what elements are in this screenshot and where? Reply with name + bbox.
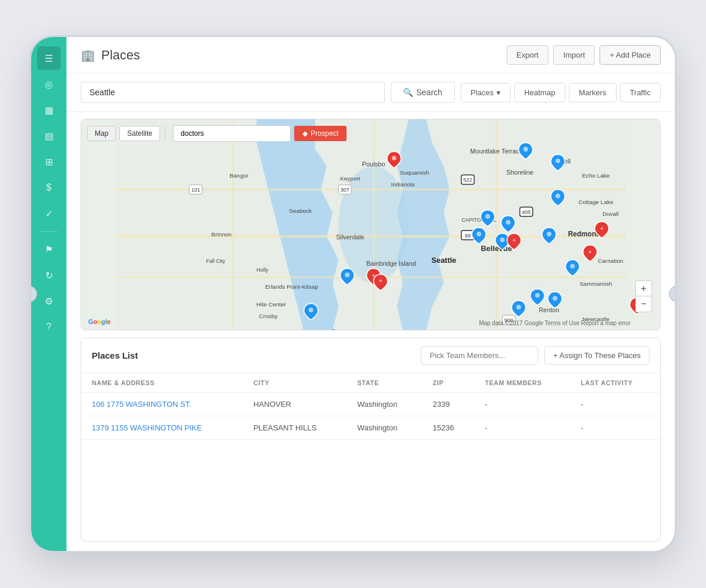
team-members-input[interactable] — [421, 346, 538, 365]
filter-buttons: Places ▾ Heatmap Markers Traffic — [461, 83, 661, 102]
sidebar-icon-calendar[interactable]: ▦ — [37, 98, 61, 122]
svg-point-58 — [506, 220, 511, 225]
col-header-state: STATE — [347, 373, 422, 393]
place-city-0: HANOVER — [243, 393, 347, 416]
svg-text:Cottage Lake: Cottage Lake — [578, 199, 614, 205]
svg-point-74 — [535, 293, 540, 298]
table-row[interactable]: 106 1775 WASHINGTON ST. HANOVER Washingt… — [81, 393, 660, 416]
prospect-icon: ◆ — [302, 129, 308, 138]
sidebar-divider — [40, 231, 58, 232]
svg-point-54 — [555, 159, 560, 163]
svg-text:✛: ✛ — [588, 250, 592, 254]
col-header-team: TEAM MEMBERS — [474, 373, 570, 393]
map-view-button[interactable]: Map — [87, 126, 116, 141]
col-header-name: NAME & ADDRESS — [81, 373, 243, 393]
map-toolbar: Map Satellite ◆ Prospect — [87, 125, 347, 142]
filter-places-button[interactable]: Places ▾ — [461, 83, 511, 102]
sidebar-icon-flag[interactable]: ⚑ — [37, 238, 61, 261]
sidebar-icon-refresh[interactable]: ↻ — [37, 263, 61, 287]
svg-text:Bangor: Bangor — [229, 172, 249, 179]
sidebar-icon-globe[interactable]: ◎ — [37, 72, 61, 96]
svg-text:Crosby: Crosby — [259, 313, 278, 319]
prospect-button[interactable]: ◆ Prospect — [294, 126, 347, 141]
sidebar-icon-help[interactable]: ? — [37, 315, 61, 339]
svg-point-72 — [345, 273, 349, 278]
svg-text:Seattle: Seattle — [431, 256, 456, 265]
svg-text:Holly: Holly — [257, 267, 268, 273]
svg-text:Seabeck: Seabeck — [289, 208, 312, 214]
filter-traffic-button[interactable]: Traffic — [620, 83, 661, 102]
svg-text:307: 307 — [341, 187, 349, 193]
filter-heatmap-button[interactable]: Heatmap — [514, 83, 565, 102]
svg-text:Keyport: Keyport — [340, 175, 360, 182]
sidebar-icon-dollar[interactable]: $ — [37, 176, 61, 199]
svg-text:Shoreline: Shoreline — [507, 169, 534, 176]
svg-text:Hite Center: Hite Center — [257, 301, 287, 308]
import-button[interactable]: Import — [553, 45, 595, 65]
svg-text:✛: ✛ — [600, 226, 604, 230]
places-table: NAME & ADDRESS CITY STATE ZIP TEAM MEMBE… — [81, 373, 660, 440]
svg-point-64 — [547, 232, 551, 236]
svg-text:99: 99 — [465, 233, 471, 239]
chevron-down-icon: ▾ — [497, 88, 501, 97]
svg-text:✛: ✛ — [512, 238, 516, 242]
svg-text:405: 405 — [522, 209, 531, 215]
map-svg: 101 307 522 405 99 900 Mountlake Terrace — [81, 119, 660, 330]
svg-text:101: 101 — [191, 187, 200, 193]
search-button[interactable]: 🔍 Search — [391, 82, 455, 103]
svg-point-60 — [477, 232, 481, 236]
col-header-activity: LAST ACTIVITY — [570, 373, 660, 393]
place-state-0: Washington — [347, 393, 422, 416]
svg-text:Duvall: Duvall — [602, 211, 619, 217]
sidebar-icon-chart[interactable]: ▤ — [37, 124, 61, 148]
place-activity-0: - — [570, 393, 660, 416]
header: 🏢 Places Export Import + Add Place — [66, 37, 675, 74]
svg-text:Bainbridge Island: Bainbridge Island — [367, 260, 416, 267]
sidebar-icon-briefcase[interactable]: ⊞ — [37, 150, 61, 173]
place-zip-0: 2339 — [422, 393, 474, 416]
add-place-button[interactable]: + Add Place — [600, 45, 661, 65]
svg-text:Carnation: Carnation — [598, 258, 623, 264]
sidebar-icon-check[interactable]: ✓ — [37, 202, 61, 225]
svg-text:Brinnon: Brinnon — [211, 231, 231, 238]
filter-markers-button[interactable]: Markers — [569, 83, 617, 102]
search-bar: 🔍 Search Places ▾ Heatmap Markers Traffi… — [66, 74, 675, 112]
map-background[interactable]: 101 307 522 405 99 900 Mountlake Terrace — [81, 119, 660, 330]
svg-text:Sammamish: Sammamish — [580, 280, 612, 287]
sidebar-icon-menu[interactable]: ☰ — [37, 46, 61, 70]
place-team-1: - — [474, 416, 570, 440]
place-zip-1: 15236 — [422, 416, 474, 440]
export-button[interactable]: Export — [507, 45, 549, 65]
svg-text:✛: ✛ — [392, 156, 396, 161]
building-icon: 🏢 — [81, 48, 95, 62]
zoom-out-button[interactable]: − — [636, 296, 651, 312]
sidebar-icon-settings[interactable]: ⚙ — [37, 289, 61, 313]
table-row[interactable]: 1379 1155 WASHINGTON PIKE PLEASANT HILLS… — [81, 416, 660, 440]
filter-places-label: Places — [471, 88, 494, 97]
svg-point-52 — [524, 147, 528, 152]
zoom-in-button[interactable]: + — [636, 281, 651, 296]
svg-point-66 — [555, 193, 560, 198]
table-header-row: NAME & ADDRESS CITY STATE ZIP TEAM MEMBE… — [81, 373, 660, 393]
svg-text:Poulsbo: Poulsbo — [362, 161, 385, 168]
svg-text:Bremerton: Bremerton — [332, 328, 357, 330]
place-name-0[interactable]: 106 1775 WASHINGTON ST. — [81, 393, 243, 416]
svg-point-70 — [552, 296, 557, 300]
svg-text:Mountlake Terrace: Mountlake Terrace — [470, 148, 523, 155]
svg-point-76 — [517, 305, 521, 309]
map-zoom-controls: + − — [635, 280, 652, 312]
search-location-input[interactable] — [81, 82, 385, 103]
svg-point-56 — [485, 214, 490, 219]
svg-text:✛: ✛ — [379, 279, 382, 283]
map-container[interactable]: 101 307 522 405 99 900 Mountlake Terrace — [81, 119, 661, 330]
place-state-1: Washington — [347, 416, 422, 440]
page-title: 🏢 Places — [81, 48, 140, 63]
map-search-input[interactable] — [173, 125, 291, 142]
svg-text:Erlands Point-Kitsap: Erlands Point-Kitsap — [265, 283, 319, 290]
place-name-1[interactable]: 1379 1155 WASHINGTON PIKE — [81, 416, 243, 440]
assign-button[interactable]: + Assign To These Places — [544, 346, 650, 365]
satellite-view-button[interactable]: Satellite — [119, 126, 160, 141]
place-team-0: - — [474, 393, 570, 416]
svg-point-62 — [500, 238, 505, 242]
page-title-text: Places — [101, 48, 140, 63]
